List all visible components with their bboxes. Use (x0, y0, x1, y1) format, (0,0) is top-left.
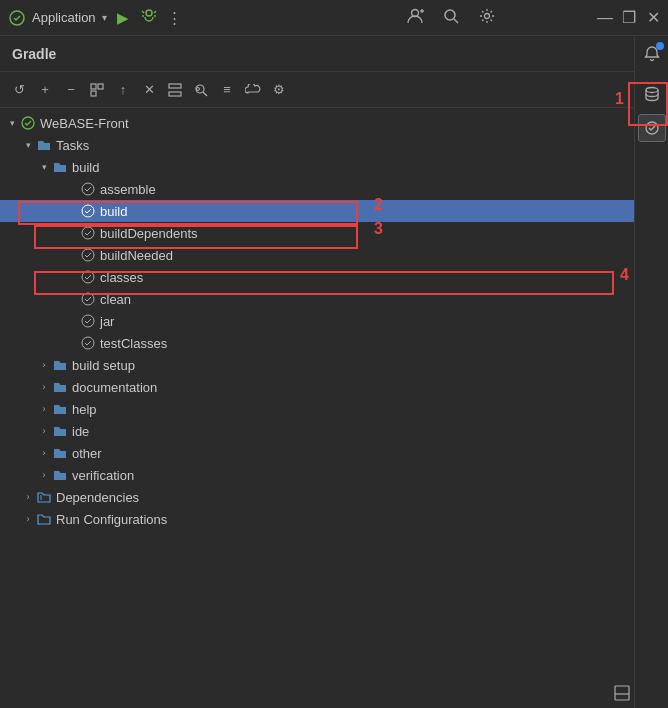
build-dependents-item[interactable]: buildDependents (0, 222, 634, 244)
main-container: Gradle ↺ + − ↑ ✕ ≡ ⚙ (0, 36, 668, 708)
test-classes-item[interactable]: testClasses (0, 332, 634, 354)
build-folder-item[interactable]: ▾ build (0, 156, 634, 178)
other-label: other (72, 446, 102, 461)
user-icon[interactable] (405, 7, 425, 28)
build-setup-icon (52, 357, 68, 373)
debug-button[interactable] (139, 8, 159, 27)
search-icon[interactable] (441, 8, 461, 27)
filter-button[interactable]: ≡ (216, 79, 238, 101)
svg-rect-16 (169, 92, 181, 96)
root-toggle[interactable]: ▾ (4, 115, 20, 131)
run-configs-toggle[interactable]: › (20, 511, 36, 527)
minimize-button[interactable]: — (598, 11, 612, 25)
app-name: Application (32, 10, 96, 25)
clean-item[interactable]: clean (0, 288, 634, 310)
build-setup-label: build setup (72, 358, 135, 373)
tasks-toggle[interactable]: ▾ (20, 137, 36, 153)
assemble-item[interactable]: assemble (0, 178, 634, 200)
build-folder-icon (52, 159, 68, 175)
svg-point-22 (82, 205, 94, 217)
build-setup-toggle[interactable]: › (36, 357, 52, 373)
verification-toggle[interactable]: › (36, 467, 52, 483)
notification-badge (656, 42, 664, 50)
panel-title: Gradle (0, 36, 634, 72)
svg-line-19 (203, 92, 207, 96)
run-button[interactable]: ▶ (113, 9, 133, 27)
run-configs-item[interactable]: › Run Configurations (0, 508, 634, 530)
tree-root-item[interactable]: ▾ WeBASE-Front (0, 112, 634, 134)
expand-all-button[interactable]: ↑ (112, 79, 134, 101)
layout-toggle-button[interactable] (614, 685, 630, 704)
svg-line-3 (154, 11, 156, 13)
classes-label: classes (100, 270, 143, 285)
gradle-active-button[interactable] (638, 114, 666, 142)
build-needed-icon (80, 247, 96, 263)
test-classes-label: testClasses (100, 336, 167, 351)
settings-icon[interactable] (477, 8, 497, 27)
dependencies-icon (36, 489, 52, 505)
ide-label: ide (72, 424, 89, 439)
svg-point-23 (82, 227, 94, 239)
classes-item[interactable]: classes (0, 266, 634, 288)
documentation-label: documentation (72, 380, 157, 395)
build-task-item[interactable]: build (0, 200, 634, 222)
clean-icon (80, 291, 96, 307)
assemble-label: assemble (100, 182, 156, 197)
svg-line-2 (142, 11, 144, 13)
svg-point-9 (445, 10, 455, 20)
verification-item[interactable]: › verification (0, 464, 634, 486)
toggle-view-button[interactable] (86, 79, 108, 101)
group-button[interactable] (164, 79, 186, 101)
app-dropdown-chevron[interactable]: ▾ (102, 12, 107, 23)
other-item[interactable]: › other (0, 442, 634, 464)
svg-point-1 (146, 10, 152, 16)
collapse-all-button[interactable]: ✕ (138, 79, 160, 101)
jar-item[interactable]: jar (0, 310, 634, 332)
notification-icon[interactable] (638, 40, 666, 68)
svg-point-28 (82, 337, 94, 349)
close-button[interactable]: ✕ (646, 11, 660, 25)
documentation-toggle[interactable]: › (36, 379, 52, 395)
svg-rect-13 (98, 84, 103, 89)
test-classes-icon (80, 335, 96, 351)
dependencies-label: Dependencies (56, 490, 139, 505)
documentation-icon (52, 379, 68, 395)
more-options-button[interactable]: ⋮ (165, 9, 185, 27)
build-task-icon (80, 203, 96, 219)
restore-button[interactable]: ❐ (622, 11, 636, 25)
dependencies-toggle[interactable]: › (20, 489, 36, 505)
build-needed-item[interactable]: buildNeeded (0, 244, 634, 266)
help-toggle[interactable]: › (36, 401, 52, 417)
tasks-item[interactable]: ▾ Tasks (0, 134, 634, 156)
database-icon[interactable] (638, 80, 666, 108)
right-sidebar (634, 36, 668, 708)
svg-point-11 (484, 14, 489, 19)
other-toggle[interactable]: › (36, 445, 52, 461)
title-bar-left: Application ▾ ▶ ⋮ (8, 8, 303, 27)
help-icon (52, 401, 68, 417)
settings-tasks-button[interactable]: ⚙ (268, 79, 290, 101)
documentation-item[interactable]: › documentation (0, 376, 634, 398)
svg-rect-32 (615, 686, 629, 700)
build-folder-toggle[interactable]: ▾ (36, 159, 52, 175)
search-tasks-button[interactable] (190, 79, 212, 101)
svg-point-25 (82, 271, 94, 283)
build-setup-item[interactable]: › build setup (0, 354, 634, 376)
tree-container[interactable]: ▾ WeBASE-Front ▾ Tasks ▾ buil (0, 108, 634, 708)
ide-toggle[interactable]: › (36, 423, 52, 439)
svg-line-10 (454, 19, 458, 23)
svg-point-21 (82, 183, 94, 195)
help-item[interactable]: › help (0, 398, 634, 420)
help-label: help (72, 402, 97, 417)
run-configs-label: Run Configurations (56, 512, 167, 527)
dependencies-item[interactable]: › Dependencies (0, 486, 634, 508)
app-icon (8, 9, 26, 27)
clean-label: clean (100, 292, 131, 307)
cloud-button[interactable] (242, 79, 264, 101)
ide-item[interactable]: › ide (0, 420, 634, 442)
svg-rect-15 (169, 84, 181, 88)
remove-button[interactable]: − (60, 79, 82, 101)
add-button[interactable]: + (34, 79, 56, 101)
svg-point-18 (197, 87, 200, 90)
refresh-button[interactable]: ↺ (8, 79, 30, 101)
